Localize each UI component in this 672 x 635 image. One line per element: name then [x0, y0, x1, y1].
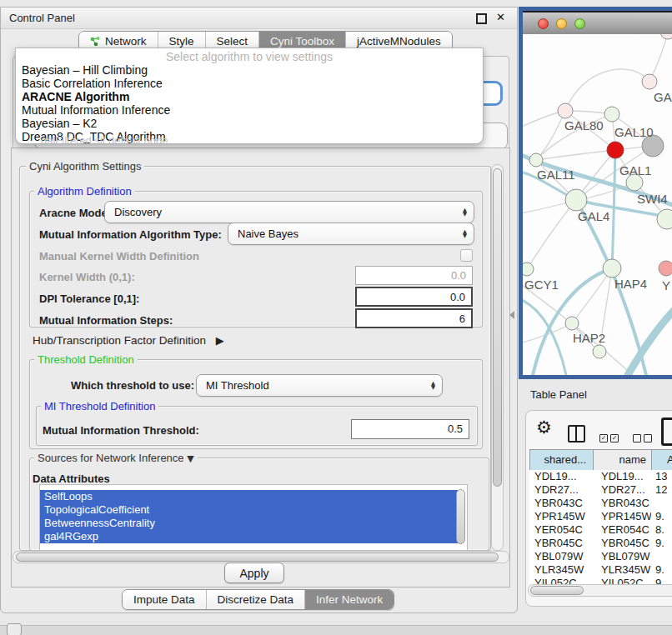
tab-infer-network[interactable]: Infer Network [304, 590, 394, 609]
table-row[interactable]: YER054C YER054C 8. [529, 523, 672, 537]
table-row[interactable]: YDR27... YDR27... 12 [529, 483, 672, 497]
menu-item-bayesian-hill-climbing[interactable]: Bayesian – Hill Climbing [16, 63, 483, 77]
mi-algorithm-type-value: Naive Bayes [228, 228, 298, 240]
screen: Control Panel ✕ Network Style [0, 0, 672, 635]
node-partial-right[interactable] [657, 209, 672, 229]
kernel-width-field[interactable]: 0.0 [355, 266, 473, 285]
attributes-scrollbar-thumb[interactable] [456, 489, 465, 544]
apply-button-label: Apply [239, 567, 268, 580]
tab-select-label: Select [217, 35, 248, 48]
mutual-information-threshold-label: Mutual Information Threshold: [43, 424, 199, 437]
column-header-name[interactable]: name [594, 450, 652, 470]
combo-arrows-icon: ▲▼ [463, 230, 474, 238]
network-node-labels: GAL GAL80 GAL10 GAL11 GAL1 GAL4 SWI4 GCY… [524, 90, 672, 345]
table-row[interactable]: YBR043C YBR043C [529, 497, 672, 510]
node-partial-bottom[interactable] [593, 345, 606, 358]
table-panel-title: Table Panel [530, 388, 587, 401]
apply-button[interactable]: Apply [224, 562, 284, 583]
table-horizontal-scrollbar-thumb[interactable] [530, 586, 584, 595]
tab-style-label: Style [169, 35, 194, 48]
menu-item-mutual-information[interactable]: Mutual Information Inference [16, 103, 483, 117]
node-hap4[interactable] [603, 259, 621, 278]
node-gal-partial[interactable] [642, 74, 657, 89]
menu-item-basic-correlation[interactable]: Basic Correlation Inference [16, 77, 483, 90]
tab-discretize-data-label: Discretize Data [218, 593, 294, 606]
algorithm-definition-title: Algorithm Definition [34, 185, 135, 198]
algorithm-dropdown-prompt: Select algorithm to view settings [16, 50, 483, 63]
node-table: shared... name A [529, 449, 672, 471]
table-row[interactable]: YBL079W YBL079W [529, 550, 672, 563]
split-columns-icon[interactable] [568, 425, 585, 442]
settings-vertical-scrollbar-thumb[interactable] [493, 168, 502, 487]
mutual-information-threshold-field[interactable]: 0.5 [351, 419, 469, 439]
list-item[interactable]: SelfLoops [40, 490, 459, 503]
bottom-partial-icon[interactable] [7, 623, 22, 635]
close-traffic-light-icon[interactable] [538, 18, 549, 29]
settings-vertical-scrollbar[interactable] [491, 164, 504, 551]
node-hap2[interactable] [565, 317, 579, 330]
collapsed-triangle-right-icon[interactable]: ▶ [216, 334, 224, 347]
node-gal4[interactable] [565, 189, 587, 211]
node-partial-top[interactable] [660, 34, 672, 39]
gear-icon[interactable]: ⚙ [536, 418, 552, 438]
node-gal11[interactable] [529, 153, 543, 167]
new-table-icon[interactable] [661, 418, 672, 446]
menu-item-aracne[interactable]: ARACNE Algorithm [16, 90, 483, 103]
node-gcy1[interactable] [523, 262, 534, 276]
tab-impute-data[interactable]: Impute Data [123, 590, 206, 609]
mi-steps-field[interactable]: 6 [355, 308, 473, 328]
node-label: GAL [654, 90, 672, 104]
table-horizontal-scrollbar[interactable] [528, 584, 672, 597]
tab-discretize-data[interactable]: Discretize Data [206, 590, 305, 609]
mi-algorithm-type-combo[interactable]: Naive Bayes ▲▼ [228, 222, 474, 245]
node-red-selected[interactable] [607, 142, 624, 158]
network-view-window: GAL GAL80 GAL10 GAL11 GAL1 GAL4 SWI4 GCY… [519, 7, 672, 379]
column-header-partial[interactable]: A [652, 450, 672, 470]
which-threshold-label: Which threshold to use: [71, 379, 194, 392]
control-panel-title: Control Panel [9, 12, 75, 24]
zoom-traffic-light-icon[interactable] [574, 18, 585, 29]
control-panel-titlebar[interactable]: Control Panel ✕ [1, 8, 517, 29]
list-item[interactable]: gal4RGexp [40, 530, 459, 543]
close-icon[interactable]: ✕ [496, 11, 505, 23]
hub-definition-toggle[interactable]: Hub/Transcription Factor Definition ▶ [33, 334, 224, 347]
dpi-tolerance-field[interactable]: 0.0 [355, 287, 473, 307]
expanded-triangle-down-icon[interactable]: ▼ [187, 453, 193, 464]
tab-network-label: Network [105, 35, 147, 48]
settings-horizontal-scrollbar[interactable] [13, 551, 509, 563]
column-header-shared-name[interactable]: shared... [530, 450, 594, 470]
sources-title-row[interactable]: Sources for Network Inference ▼ [34, 452, 198, 464]
network-canvas[interactable]: GAL GAL80 GAL10 GAL11 GAL1 GAL4 SWI4 GCY… [523, 34, 672, 375]
table-row[interactable]: YIL052C YIL052C 9. [529, 577, 672, 584]
data-attributes-list[interactable]: SelfLoops TopologicalCoefficient Between… [39, 484, 468, 551]
aracne-mode-combo[interactable]: Discovery ▲▼ [104, 201, 474, 223]
network-icon [90, 36, 101, 47]
select-all-columns-icon[interactable]: ✓✓ [599, 430, 621, 445]
table-row[interactable]: YDL19... YDL19... 13 [529, 470, 672, 483]
table-row[interactable]: YBR045C YBR045C 9. [529, 537, 672, 550]
menu-item-bayesian-k2[interactable]: Bayesian – K2 [16, 117, 483, 130]
network-graph: GAL GAL80 GAL10 GAL11 GAL1 GAL4 SWI4 GCY… [523, 34, 672, 375]
mi-steps-label: Mutual Information Steps: [39, 314, 173, 327]
table-row[interactable]: YPR145W YPR145W 9. [529, 510, 672, 523]
table-rows[interactable]: YDL19... YDL19... 13 YDR27... YDR27... 1… [529, 470, 672, 584]
node-gal10[interactable] [604, 107, 619, 122]
manual-kernel-width-label: Manual Kernel Width Definition [39, 250, 199, 262]
node-label: GAL80 [564, 118, 604, 132]
float-window-icon[interactable] [476, 13, 487, 24]
mi-algorithm-type-label: Mutual Information Algorithm Type: [39, 228, 222, 241]
node-gal80[interactable] [558, 103, 573, 118]
cyni-algorithm-settings-title: Cyni Algorithm Settings [26, 160, 144, 172]
splitter-collapse-arrow[interactable] [509, 311, 514, 319]
threshold-definition-title: Threshold Definition [34, 353, 138, 366]
table-row[interactable]: YLR345W YLR345W 9. [529, 563, 672, 577]
which-threshold-combo[interactable]: MI Threshold ▲▼ [196, 374, 443, 397]
settings-horizontal-scrollbar-thumb[interactable] [16, 552, 499, 562]
minimize-traffic-light-icon[interactable] [556, 18, 567, 29]
network-window-titlebar[interactable] [523, 11, 672, 34]
list-item[interactable]: TopologicalCoefficient [40, 503, 459, 517]
deselect-all-columns-icon[interactable] [633, 430, 654, 445]
node-y-partial[interactable] [659, 261, 672, 276]
list-item[interactable]: BetweennessCentrality [40, 517, 459, 530]
manual-kernel-width-checkbox[interactable] [460, 249, 473, 262]
